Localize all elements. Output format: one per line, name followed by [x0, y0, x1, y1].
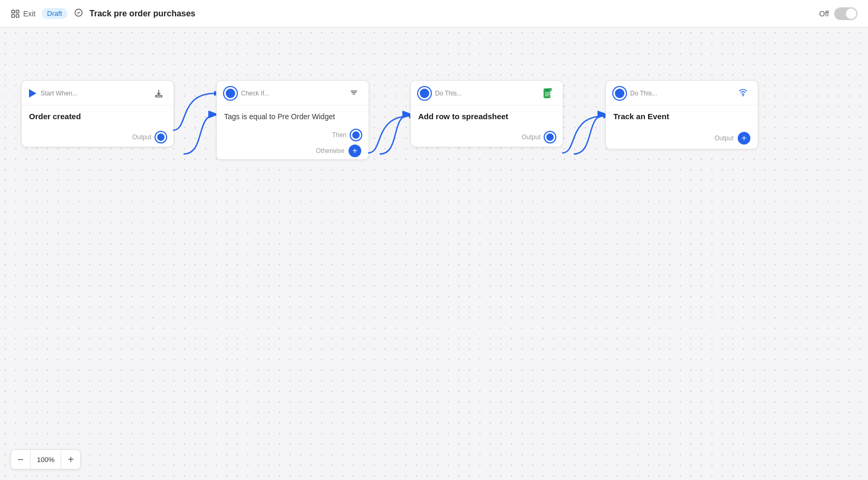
workflow-canvas: Start When... Order created Output — [0, 27, 868, 480]
node-header: Start When... — [22, 81, 173, 105]
check-node-body[interactable]: Tags is equal to Pre Order Widget — [217, 105, 369, 128]
svg-rect-1 — [16, 10, 19, 13]
zoom-value: 100% — [30, 450, 61, 469]
draft-badge[interactable]: Draft — [42, 8, 67, 19]
play-icon — [29, 89, 36, 98]
check-circle-icon — [74, 8, 83, 20]
do2-body-text: Track an Event — [613, 112, 669, 121]
do2-output-dot[interactable]: + — [738, 132, 750, 145]
download-icon-btn[interactable] — [151, 86, 166, 101]
do2-output-label: Output — [715, 135, 734, 142]
zoom-out-button[interactable]: − — [11, 450, 30, 469]
filter-icon-btn[interactable] — [346, 86, 361, 101]
workflow-toggle[interactable] — [834, 7, 857, 20]
then-label: Then — [332, 131, 346, 139]
check-node-header: Check If... — [217, 81, 369, 105]
check-node-header-left: Check If... — [224, 87, 269, 100]
header-left: Exit Draft Track pre order purchases — [11, 8, 196, 20]
svg-point-19 — [742, 95, 744, 97]
node-type-label: Start When... — [41, 90, 78, 97]
zoom-in-label: + — [67, 454, 74, 466]
exit-label: Exit — [23, 9, 35, 18]
zoom-controls: − 100% + — [11, 449, 81, 469]
toggle-label: Off — [819, 9, 829, 18]
node-header-left: Start When... — [29, 89, 78, 98]
svg-rect-16 — [545, 94, 551, 94]
output-label: Output — [132, 133, 151, 141]
exit-button[interactable]: Exit — [11, 9, 35, 18]
node-body[interactable]: Order created — [22, 105, 173, 128]
do1-node: Do This... Add row to spreadsheet — [410, 80, 563, 147]
do1-node-header: Do This... — [411, 81, 563, 105]
do2-node-dot[interactable] — [613, 87, 626, 100]
node-body-text: Order created — [29, 112, 81, 121]
do2-type-label: Do This... — [630, 90, 657, 97]
svg-rect-3 — [16, 14, 19, 17]
then-dot[interactable] — [351, 130, 361, 140]
do2-node-body[interactable]: Track an Event — [606, 105, 758, 128]
otherwise-label: Otherwise — [316, 147, 344, 155]
check-type-label: Check If... — [241, 90, 269, 97]
sheets-icon — [542, 88, 554, 99]
start-node: Start When... Order created Output — [21, 80, 174, 147]
do1-type-label: Do This... — [435, 90, 462, 97]
svg-rect-15 — [545, 92, 551, 93]
check-node-dot[interactable] — [224, 87, 237, 100]
do1-node-body[interactable]: Add row to spreadsheet — [411, 105, 563, 128]
svg-rect-2 — [12, 14, 14, 17]
node-footer: Output — [22, 128, 173, 147]
then-row: Then — [217, 128, 369, 142]
do1-output-label: Output — [522, 133, 541, 141]
do2-node-header-left: Do This... — [613, 87, 657, 100]
otherwise-dot[interactable]: + — [349, 145, 361, 157]
filter-icon — [349, 89, 359, 98]
do1-node-footer: Output — [411, 128, 563, 147]
signal-icon — [738, 88, 748, 99]
check-node: Check If... Tags is equal to Pre Order W… — [216, 80, 369, 160]
download-icon — [154, 89, 163, 98]
do1-body-text: Add row to spreadsheet — [418, 112, 508, 121]
zoom-out-label: − — [17, 454, 24, 466]
svg-rect-0 — [12, 10, 14, 13]
otherwise-row: Otherwise + — [217, 142, 369, 159]
svg-rect-17 — [545, 95, 549, 96]
do2-node-footer: Output + — [606, 128, 758, 149]
signal-icon-btn[interactable] — [736, 86, 750, 101]
do1-output-dot[interactable] — [545, 132, 555, 142]
zoom-in-button[interactable]: + — [61, 450, 80, 469]
do2-node-header: Do This... — [606, 81, 758, 105]
do1-node-dot[interactable] — [418, 87, 431, 100]
output-dot[interactable] — [156, 132, 166, 142]
do2-node: Do This... Track an Event Output + — [605, 80, 758, 149]
sheets-icon-btn[interactable] — [541, 86, 555, 101]
page-title: Track pre order purchases — [90, 9, 196, 18]
svg-rect-6 — [156, 95, 162, 97]
exit-icon — [11, 9, 20, 18]
check-body-text: Tags is equal to Pre Order Widget — [224, 112, 335, 121]
svg-rect-14 — [549, 88, 552, 91]
header-right: Off — [819, 7, 857, 20]
header: Exit Draft Track pre order purchases Off — [0, 0, 868, 27]
do1-node-header-left: Do This... — [418, 87, 462, 100]
